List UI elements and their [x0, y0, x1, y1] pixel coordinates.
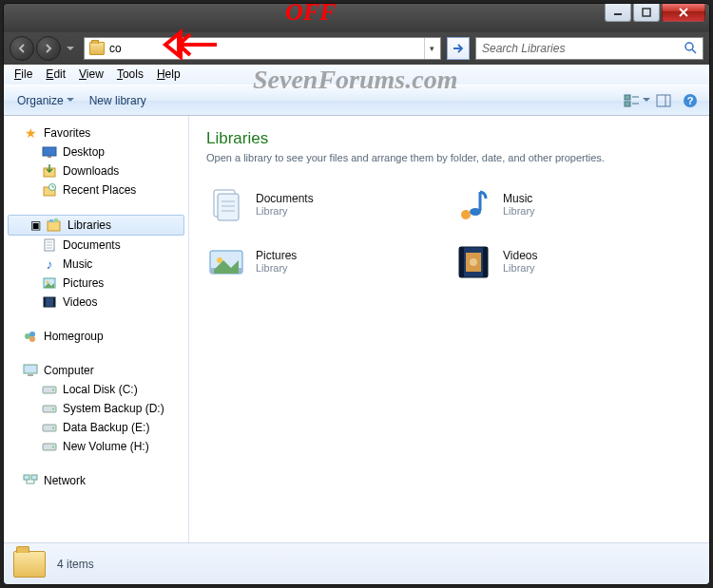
menu-tools[interactable]: Tools: [110, 66, 150, 85]
nav-item-documents[interactable]: Documents: [15, 236, 188, 255]
organize-button[interactable]: Organize: [10, 90, 82, 111]
svg-rect-33: [28, 374, 33, 376]
nav-item-music[interactable]: ♪ Music: [15, 255, 188, 274]
address-dropdown-icon[interactable]: ▾: [424, 38, 439, 59]
svg-point-37: [52, 408, 54, 410]
nav-homegroup[interactable]: Homegroup: [4, 327, 188, 346]
organize-label: Organize: [17, 94, 64, 107]
pictures-icon: [42, 275, 57, 291]
music-icon: ♪: [42, 256, 57, 272]
search-box[interactable]: Search Libraries: [475, 37, 703, 60]
svg-point-35: [52, 389, 54, 391]
nav-network[interactable]: Network: [4, 471, 188, 490]
go-button[interactable]: [447, 37, 470, 60]
nav-group-network: Network: [4, 471, 188, 490]
nav-item-downloads[interactable]: Downloads: [15, 161, 188, 180]
address-input[interactable]: [109, 42, 419, 55]
search-placeholder: Search Libraries: [482, 42, 565, 55]
libraries-folder-icon: [13, 551, 46, 578]
minimize-button[interactable]: [605, 4, 631, 22]
nav-network-label: Network: [44, 474, 86, 487]
svg-rect-32: [24, 365, 37, 373]
drive-icon: [42, 382, 57, 397]
svg-rect-43: [31, 475, 37, 480]
new-library-button[interactable]: New library: [82, 90, 154, 111]
desktop-icon: [42, 144, 57, 160]
drive-icon: [42, 439, 57, 454]
svg-rect-13: [48, 156, 51, 158]
recent-pages-dropdown-icon[interactable]: [63, 41, 78, 56]
nav-computer[interactable]: Computer: [4, 361, 188, 380]
nav-item-system-backup-d[interactable]: System Backup (D:): [15, 399, 188, 418]
recent-places-icon: [42, 182, 57, 198]
nav-group-homegroup: Homegroup: [4, 327, 188, 346]
svg-rect-0: [614, 13, 622, 15]
help-button[interactable]: ?: [677, 89, 703, 112]
svg-rect-4: [625, 95, 630, 100]
menu-help[interactable]: Help: [150, 66, 187, 85]
forward-button[interactable]: [36, 36, 61, 61]
close-button[interactable]: [662, 4, 705, 22]
collapse-icon[interactable]: ▣: [30, 218, 41, 232]
svg-rect-48: [218, 194, 239, 220]
menu-file[interactable]: File: [8, 66, 39, 85]
page-hint: Open a library to see your files and arr…: [206, 152, 692, 163]
documents-library-icon: [206, 184, 246, 224]
back-button[interactable]: [10, 36, 34, 61]
svg-text:?: ?: [687, 95, 694, 106]
search-icon: [684, 41, 697, 57]
library-tile-documents[interactable]: DocumentsLibrary: [206, 184, 415, 224]
svg-rect-27: [44, 297, 46, 307]
maximize-button[interactable]: [633, 4, 660, 22]
svg-rect-1: [643, 9, 650, 16]
menu-bar: File Edit View Tools Help: [4, 65, 709, 85]
svg-rect-58: [459, 247, 464, 277]
menu-edit[interactable]: Edit: [39, 66, 72, 85]
nav-favorites[interactable]: ★ Favorites: [4, 123, 188, 142]
navigation-pane[interactable]: ★ Favorites Desktop Downloads Recent Pla…: [4, 116, 189, 542]
svg-rect-18: [49, 219, 53, 222]
nav-item-desktop[interactable]: Desktop: [15, 142, 188, 161]
nav-item-new-volume-h[interactable]: New Volume (H:): [15, 437, 188, 456]
svg-point-61: [470, 258, 477, 266]
drive-icon: [42, 420, 57, 435]
titlebar[interactable]: [4, 4, 709, 32]
nav-row: ▾ Search Libraries: [4, 32, 709, 65]
videos-library-icon: [453, 241, 493, 281]
folder-icon: [89, 42, 105, 55]
details-pane: 4 items: [4, 542, 709, 584]
library-tile-music[interactable]: MusicLibrary: [453, 184, 663, 224]
svg-point-25: [47, 281, 49, 284]
libraries-icon: [47, 218, 62, 233]
nav-homegroup-label: Homegroup: [44, 330, 104, 343]
star-icon: ★: [23, 125, 38, 141]
nav-item-data-backup-e[interactable]: Data Backup (E:): [15, 418, 188, 437]
content-pane[interactable]: Libraries Open a library to see your fil…: [189, 116, 709, 542]
svg-rect-8: [657, 95, 670, 106]
nav-item-pictures[interactable]: Pictures: [15, 274, 188, 293]
main-area: ★ Favorites Desktop Downloads Recent Pla…: [4, 116, 709, 542]
network-icon: [23, 473, 38, 488]
address-bar[interactable]: ▾: [84, 37, 441, 60]
drive-icon: [42, 401, 57, 416]
svg-rect-59: [483, 247, 488, 277]
svg-rect-17: [48, 221, 60, 231]
menu-view[interactable]: View: [72, 66, 110, 85]
nav-item-videos[interactable]: Videos: [15, 293, 188, 312]
nav-libraries-label: Libraries: [67, 218, 111, 232]
svg-point-31: [29, 336, 35, 342]
change-view-button[interactable]: [624, 89, 650, 112]
nav-libraries[interactable]: ▣ Libraries: [8, 215, 184, 236]
svg-rect-5: [625, 102, 630, 106]
nav-item-recent-places[interactable]: Recent Places: [15, 180, 188, 199]
library-tile-pictures[interactable]: PicturesLibrary: [206, 241, 415, 281]
new-library-label: New library: [89, 94, 146, 107]
library-tile-videos[interactable]: VideosLibrary: [453, 241, 663, 281]
explorer-window: ▾ Search Libraries File Edit View Tools …: [3, 3, 710, 585]
nav-group-libraries: ▣ Libraries Documents ♪ Music Pi: [4, 215, 188, 312]
nav-computer-label: Computer: [44, 364, 94, 377]
nav-item-local-disk-c[interactable]: Local Disk (C:): [15, 380, 188, 399]
documents-icon: [42, 237, 57, 253]
status-text: 4 items: [57, 558, 94, 571]
preview-pane-button[interactable]: [650, 89, 677, 112]
